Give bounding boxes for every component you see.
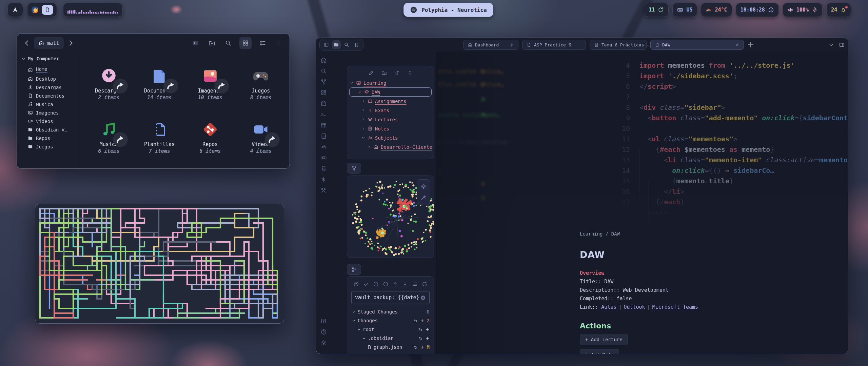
git-row-learning-daw-exams[interactable]: Learning/DAW/Exams — [351, 351, 430, 354]
fm-sidebar-item-home[interactable]: Home — [22, 65, 80, 75]
minus-icon[interactable] — [420, 310, 425, 314]
sort-icon[interactable] — [394, 70, 400, 76]
chev-down-icon[interactable] — [828, 42, 834, 48]
tree-item-learning[interactable]: Learning — [347, 78, 434, 87]
obsidian-top-folder-button[interactable] — [332, 40, 341, 49]
fm-sidebar-item-repos[interactable]: Repos — [22, 134, 80, 142]
firefox-workspace-icon[interactable] — [31, 6, 39, 14]
tree-item-daw[interactable]: DAW — [349, 87, 432, 97]
calendar-icon[interactable] — [320, 100, 327, 107]
active-workspace[interactable] — [42, 5, 53, 15]
app-launcher-button[interactable] — [7, 3, 23, 17]
graph-settings-icon[interactable] — [420, 184, 427, 190]
breadcrumb[interactable]: matt — [34, 37, 64, 49]
git-row-graph-json[interactable]: graph.jsonM — [351, 343, 430, 351]
tree-item-assignments[interactable]: Assignments — [347, 97, 434, 106]
tree-item-subjects[interactable]: Subjects — [347, 133, 434, 142]
tab-dashboard[interactable]: Dashboard — [463, 40, 518, 50]
graph-view-tab[interactable] — [347, 163, 361, 174]
fm-sidebar-item-descargas[interactable]: Descargas — [22, 83, 80, 92]
tab-asp-practice-6[interactable]: ASP Practice 6 — [522, 40, 586, 50]
help-icon[interactable] — [320, 329, 327, 335]
search-icon[interactable] — [320, 68, 327, 74]
status-volume[interactable]: 100% — [783, 3, 823, 17]
status-clock[interactable]: 18:08:28 — [736, 3, 779, 17]
vault-icon[interactable] — [320, 318, 327, 324]
clear-message-icon[interactable] — [420, 295, 426, 301]
status-notifications[interactable]: 24 — [826, 3, 851, 17]
git-row-staged-changes[interactable]: Staged Changes0 — [351, 307, 430, 316]
undo-icon[interactable] — [413, 345, 418, 349]
note-link-aules[interactable]: Aules — [601, 304, 616, 310]
fm-sidebar-item-musica[interactable]: Musica — [22, 100, 80, 108]
changes-list-icon[interactable] — [412, 281, 418, 287]
check-icon[interactable] — [363, 281, 369, 287]
folder-plantillas[interactable]: Plantillas7 items — [134, 111, 185, 164]
tree-item-lectures[interactable]: Lectures — [347, 115, 434, 124]
fm-sidebar-item-desktop[interactable]: Desktop — [22, 75, 80, 83]
obsidian-top-panel-left-button[interactable] — [322, 40, 331, 49]
panel-right-icon[interactable] — [839, 42, 845, 48]
status-keyboard-layout[interactable]: US — [672, 3, 697, 17]
close-tab-icon[interactable] — [735, 42, 739, 47]
fm-tool-search[interactable] — [223, 38, 233, 48]
status-weather[interactable]: 24°C — [701, 3, 732, 17]
tree-item-desarrollo-cliente[interactable]: Desarrollo-Cliente — [347, 142, 434, 151]
commit-icon[interactable] — [353, 281, 359, 287]
commit-message-input[interactable] — [355, 294, 420, 301]
workspaces-widget[interactable] — [27, 3, 57, 17]
undo-icon[interactable] — [421, 354, 426, 354]
collapse-icon[interactable] — [407, 70, 413, 76]
tab-tema-6-pr-cticas-[interactable]: Tema 6 Prácticas -… — [590, 40, 647, 50]
layout-icon[interactable] — [320, 89, 327, 96]
dollar-icon[interactable]: $ — [320, 176, 327, 183]
home-icon[interactable] — [320, 57, 327, 63]
folder-documentos[interactable]: Documentos14 items — [134, 57, 185, 111]
book-icon[interactable] — [320, 133, 327, 139]
table-icon[interactable] — [320, 122, 327, 128]
folder-videos[interactable]: Videos4 items — [236, 111, 287, 164]
folder-musica[interactable]: Musica6 items — [83, 111, 134, 164]
tree-item-exams[interactable]: !Exams — [347, 106, 434, 115]
gamepad-icon[interactable] — [320, 155, 327, 161]
note-link-outlook[interactable]: Outlook — [624, 304, 645, 310]
tab-daw[interactable]: DAW — [650, 40, 744, 50]
status-updates[interactable]: 11 — [644, 3, 669, 17]
folder-juegos[interactable]: Juegos8 items — [236, 57, 287, 111]
folder-plus-icon[interactable] — [381, 70, 387, 76]
obsidian-top-bookmark-button[interactable] — [352, 40, 361, 49]
new-tab-button[interactable] — [747, 41, 755, 49]
action-button--add-note[interactable]: + Add Note — [580, 349, 619, 354]
now-playing-widget[interactable]: Polyphia - Neurotica — [403, 3, 493, 17]
refresh-icon[interactable] — [422, 281, 428, 287]
edit-icon[interactable] — [369, 70, 374, 76]
folder-repos[interactable]: Repos6 items — [185, 111, 236, 164]
fm-sidebar-item-juegos[interactable]: Juegos — [22, 142, 80, 151]
fm-tool-folder-plus[interactable] — [207, 38, 217, 48]
minus-circle-icon[interactable] — [383, 281, 389, 287]
tools-icon[interactable] — [320, 187, 327, 194]
fm-tool-grid[interactable] — [239, 37, 252, 49]
git-row-changes[interactable]: Changes2 — [351, 316, 430, 325]
note-link-microsoft-teams[interactable]: Microsoft Teams — [652, 304, 698, 310]
fm-sidebar-item-obsidianv[interactable]: Obsidian V… — [22, 125, 80, 134]
plus-icon[interactable] — [425, 327, 430, 332]
plus-circle-icon[interactable] — [373, 281, 379, 287]
fm-sidebar-item-videos[interactable]: Videos — [22, 117, 80, 125]
tree-item-notes[interactable]: Notes — [347, 124, 434, 133]
note-breadcrumb[interactable]: Learning / DAW — [580, 231, 828, 237]
git-row--obsidian[interactable]: .obsidian — [351, 334, 430, 343]
fork-icon[interactable] — [320, 79, 327, 85]
sidebar-root[interactable]: My Computer — [22, 56, 80, 61]
undo-icon[interactable] — [413, 319, 418, 323]
plus-icon[interactable] — [420, 319, 425, 323]
git-row-root[interactable]: root — [351, 325, 430, 334]
action-button--add-lecture[interactable]: + Add Lecture — [580, 334, 628, 345]
graph-filter-icon[interactable] — [420, 195, 427, 201]
plus-icon[interactable] — [425, 336, 430, 341]
plus-icon[interactable] — [420, 345, 425, 349]
fm-sidebar-item-imagenes[interactable]: Imagenes — [22, 108, 80, 117]
forward-button[interactable] — [66, 39, 75, 47]
folder-descargas[interactable]: Descargas2 items — [83, 57, 134, 111]
fm-sidebar-item-documentos[interactable]: Documentos — [22, 92, 80, 100]
